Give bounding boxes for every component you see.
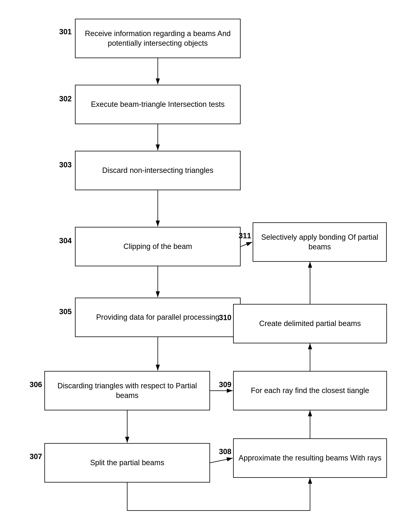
label-308: 308 — [219, 447, 231, 456]
label-304: 304 — [59, 237, 72, 245]
label-306: 306 — [30, 380, 42, 389]
box-306: Discarding triangles with respect to Par… — [44, 371, 210, 410]
box-303: Discard non-intersecting triangles — [75, 151, 241, 190]
box-310: Create delimited partial beams — [233, 304, 387, 343]
box-303-text: Discard non-intersecting triangles — [102, 165, 213, 175]
box-309: For each ray find the closest tiangle — [233, 371, 387, 410]
svg-line-11 — [241, 242, 252, 247]
box-306-text: Discarding triangles with respect to Par… — [49, 381, 205, 401]
box-304-text: Clipping of the beam — [124, 242, 192, 251]
label-305: 305 — [59, 307, 72, 316]
box-309-text: For each ray find the closest tiangle — [251, 386, 369, 395]
box-305-text: Providing data for parallel processing — [96, 312, 219, 322]
label-307: 307 — [30, 452, 42, 461]
box-305: Providing data for parallel processing — [75, 298, 241, 337]
label-310: 310 — [219, 313, 231, 322]
box-301: Receive information regarding a beams An… — [75, 19, 241, 58]
box-311-text: Selectively apply bonding Of partial bea… — [257, 232, 382, 252]
box-302: Execute beam-triangle Intersection tests — [75, 85, 241, 124]
box-310-text: Create delimited partial beams — [259, 319, 361, 328]
label-311: 311 — [239, 232, 251, 240]
diagram-container: Receive information regarding a beams An… — [0, 0, 397, 532]
box-304: Clipping of the beam — [75, 227, 241, 266]
label-303: 303 — [59, 161, 72, 169]
svg-line-14 — [210, 458, 233, 463]
label-309: 309 — [219, 380, 231, 389]
box-301-text: Receive information regarding a beams An… — [80, 29, 236, 48]
label-302: 302 — [59, 95, 72, 103]
box-311: Selectively apply bonding Of partial bea… — [253, 222, 387, 262]
box-308: Approximate the resulting beams With ray… — [233, 438, 387, 478]
box-302-text: Execute beam-triangle Intersection tests — [91, 99, 225, 109]
box-308-text: Approximate the resulting beams With ray… — [239, 453, 381, 463]
box-307: Split the partial beams — [44, 443, 210, 483]
label-301: 301 — [59, 28, 72, 36]
box-307-text: Split the partial beams — [90, 458, 164, 468]
